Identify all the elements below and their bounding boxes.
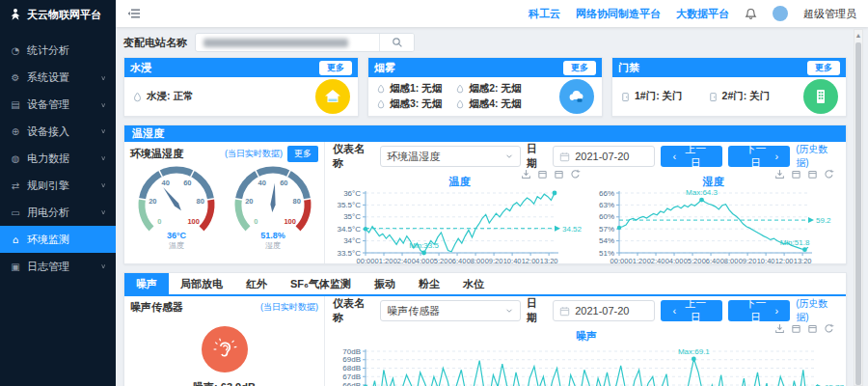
page-scrollbar[interactable]: ▲: [854, 29, 863, 386]
sidebar-item-device-access[interactable]: ⊕设备接入∨: [0, 118, 116, 145]
sidebar-item-env-monitoring[interactable]: ⌂环境监测: [0, 226, 116, 253]
svg-text:40: 40: [258, 179, 265, 187]
cloud-icon: [567, 87, 586, 106]
svg-text:68dB: 68dB: [342, 364, 361, 372]
sidebar-item-device-mgmt[interactable]: ▤设备管理∨: [0, 91, 116, 118]
gear-icon: ⚙: [10, 72, 21, 83]
chevron-down-icon: [504, 306, 514, 316]
bell-icon[interactable]: [745, 8, 757, 20]
history-data-link[interactable]: (历史数据): [796, 297, 840, 324]
stats-icon: ◔: [10, 45, 21, 56]
avatar[interactable]: [773, 6, 788, 21]
noise-panel-title: 噪声传感器: [130, 300, 183, 315]
sidebar-item-power-data[interactable]: ◍电力数据∨: [0, 145, 116, 172]
smoke-sensor-4: 烟感4: 无烟: [469, 97, 521, 111]
meter-select[interactable]: 噪声传感器: [380, 300, 520, 321]
next-day-button[interactable]: 下一日›: [728, 146, 790, 167]
tab-sf6-gas[interactable]: SF₆气体监测: [279, 273, 363, 294]
link-collab-platform[interactable]: 网络协同制造平台: [576, 7, 661, 21]
calendar-icon: [559, 152, 570, 162]
chevron-down-icon: ∨: [100, 100, 106, 107]
svg-text:Max:64.3: Max:64.3: [686, 188, 718, 197]
prev-day-button[interactable]: ‹上一日: [661, 300, 722, 321]
svg-text:00:00: 00:00: [357, 257, 375, 265]
svg-text:Max:36: Max:36: [529, 188, 555, 190]
collapse-sidebar-icon[interactable]: [127, 8, 141, 19]
svg-text:80: 80: [292, 197, 300, 206]
svg-text:20: 20: [245, 197, 253, 206]
svg-text:63%: 63%: [599, 201, 614, 209]
substation-label: 变配电站名称: [123, 36, 187, 50]
smoke-sensor-icon: [455, 84, 465, 94]
smoke-more-button[interactable]: 更多: [563, 61, 596, 75]
water-drop-icon: [132, 92, 143, 102]
meter-select[interactable]: 环境温湿度: [380, 146, 520, 167]
temp-humidity-section: 温湿度 环境温湿度 (当日实时数据) 更多 02040608010036°C温度…: [123, 124, 847, 264]
svg-text:66dB: 66dB: [342, 381, 361, 386]
door-badge: [803, 79, 838, 114]
svg-text:08:00: 08:00: [720, 257, 739, 265]
svg-text:100: 100: [187, 217, 200, 226]
substation-name-input[interactable]: [196, 34, 379, 51]
svg-text:66%: 66%: [599, 189, 614, 198]
power-icon: ◍: [10, 153, 21, 164]
next-day-button[interactable]: 下一日›: [728, 300, 790, 321]
date-picker[interactable]: 2021-07-20: [553, 146, 655, 167]
svg-text:05:20: 05:20: [684, 257, 702, 265]
svg-text:70dB: 70dB: [342, 347, 361, 356]
user-name: 超级管理员: [803, 7, 856, 21]
top-header: 科工云 网络协同制造平台 大数据平台 超级管理员: [116, 0, 868, 27]
calendar-icon: [559, 306, 570, 317]
door-more-button[interactable]: 更多: [807, 61, 840, 75]
smoke-panel: 烟雾更多 烟感1: 无烟 烟感2: 无烟 烟感3: 无烟 烟感4: 无烟: [367, 57, 603, 117]
history-data-link[interactable]: (历史数据): [796, 143, 840, 170]
tab-noise[interactable]: 噪声: [124, 273, 169, 294]
sidebar-item-system-settings[interactable]: ⚙系统设置∨: [0, 64, 116, 91]
realtime-data-label: (当日实时数据): [260, 301, 318, 314]
svg-text:34.52: 34.52: [562, 225, 583, 234]
environment-icon: ⌂: [10, 234, 21, 245]
gauge-more-button[interactable]: 更多: [287, 146, 318, 162]
tab-partial-discharge[interactable]: 局部放电: [169, 273, 234, 294]
sidebar-item-stats[interactable]: ◔统计分析: [0, 37, 116, 64]
monitor-icon: ▭: [10, 207, 21, 218]
realtime-data-label: (当日实时数据): [225, 148, 283, 160]
logo-icon: [9, 8, 22, 21]
sidebar-item-power-analysis[interactable]: ▭用电分析∨: [0, 199, 116, 226]
noise-reading: 噪声: 63.9dB: [130, 380, 318, 386]
door-panel-title: 门禁: [618, 61, 639, 75]
link-kegong-cloud[interactable]: 科工云: [529, 7, 560, 21]
link-bigdata-platform[interactable]: 大数据平台: [676, 7, 729, 21]
scrollbar-thumb[interactable]: [855, 42, 861, 385]
svg-text:05:20: 05:20: [430, 257, 448, 265]
svg-text:温度: 温度: [169, 241, 184, 250]
svg-text:34.5°C: 34.5°C: [337, 225, 361, 234]
search-button[interactable]: [379, 34, 414, 51]
water-more-button[interactable]: 更多: [319, 61, 352, 75]
scroll-up-arrow[interactable]: ▲: [854, 30, 862, 41]
chart-title: 温度: [333, 175, 586, 189]
svg-text:10:40: 10:40: [757, 257, 775, 265]
svg-text:35.5°C: 35.5°C: [337, 201, 361, 209]
device-icon: ▤: [10, 99, 21, 110]
sidebar-item-rule-engine[interactable]: ⇄规则引擎∨: [0, 172, 116, 199]
door-2-status: 2#门: 关门: [722, 90, 771, 103]
date-picker[interactable]: 2021-07-20: [553, 300, 655, 321]
chart-title: 噪声: [333, 329, 840, 344]
meter-name-label: 仪表名称: [333, 296, 374, 325]
tab-vibration[interactable]: 振动: [363, 273, 407, 294]
tab-dust[interactable]: 粉尘: [407, 273, 451, 294]
svg-text:59.2: 59.2: [816, 216, 831, 225]
sidebar-item-log-mgmt[interactable]: ▣日志管理∨: [0, 253, 116, 280]
svg-text:0: 0: [254, 217, 258, 226]
tab-infrared[interactable]: 红外: [234, 273, 279, 294]
svg-text:100: 100: [284, 217, 296, 226]
svg-text:08:00: 08:00: [467, 257, 485, 265]
tab-water-level[interactable]: 水位: [451, 273, 496, 294]
sidebar-menu: ◔统计分析 ⚙系统设置∨ ▤设备管理∨ ⊕设备接入∨ ◍电力数据∨ ⇄规则引擎∨…: [0, 37, 116, 280]
smoke-sensor-icon: [455, 99, 465, 109]
prev-day-button[interactable]: ‹上一日: [661, 146, 722, 167]
water-panel-title: 水浸: [130, 61, 151, 75]
svg-text:40: 40: [161, 179, 169, 187]
chevron-down-icon: ∨: [100, 181, 106, 188]
